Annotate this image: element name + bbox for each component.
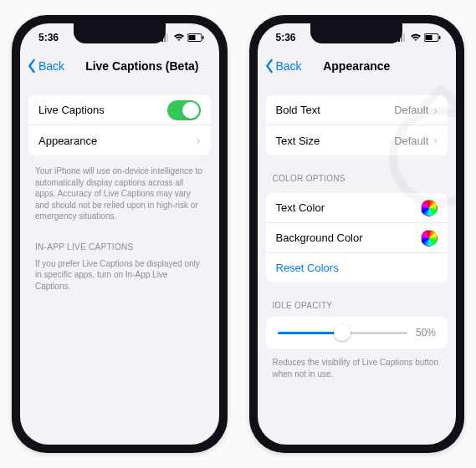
svg-rect-6 <box>202 36 204 39</box>
row-label: Appearance <box>38 135 97 147</box>
color-swatch-icon <box>421 230 438 247</box>
row-live-captions[interactable]: Live Captions <box>28 95 211 125</box>
opacity-slider[interactable] <box>278 332 407 334</box>
nav-bar: Back Live Captions (Beta) <box>20 52 219 80</box>
chevron-right-icon: › <box>433 134 438 147</box>
section-color-options: COLOR OPTIONS <box>258 162 457 186</box>
settings-group-main: Live Captions Appearance › <box>28 95 211 155</box>
footer-caption-accuracy: Your iPhone will use on-device intellige… <box>20 162 219 231</box>
chevron-right-icon: › <box>433 104 438 117</box>
status-indicators <box>159 33 204 42</box>
nav-bar: Back Appearance <box>258 52 457 80</box>
phone-left: 5:36 Back Live Captions (Beta) Live Capt… <box>12 15 228 453</box>
opacity-value: 50% <box>416 327 436 338</box>
row-label: Text Size <box>276 135 320 147</box>
row-value: Default <box>394 104 428 116</box>
back-label: Back <box>38 59 64 73</box>
row-label: Text Color <box>276 201 325 214</box>
section-idle-opacity: IDLE OPACITY <box>258 289 457 313</box>
status-time: 5:36 <box>276 32 296 43</box>
svg-rect-10 <box>403 33 405 42</box>
phone-right: 5:36 Back Appearance Bold Text Default <box>249 15 465 453</box>
row-bold-text[interactable]: Bold Text Default › <box>266 95 448 125</box>
status-indicators <box>396 33 441 42</box>
row-text-color[interactable]: Text Color <box>266 193 448 223</box>
row-text-size[interactable]: Text Size Default › <box>266 125 448 155</box>
footer-idle-opacity: Reduces the visibility of Live Captions … <box>258 354 457 388</box>
settings-group-text: Bold Text Default › Text Size Default › <box>266 95 448 155</box>
row-reset-colors[interactable]: Reset Colors <box>266 253 448 282</box>
row-appearance[interactable]: Appearance › <box>28 125 211 155</box>
svg-rect-5 <box>188 35 195 40</box>
status-time: 5:36 <box>38 32 59 43</box>
svg-rect-13 <box>439 36 441 39</box>
back-button[interactable]: Back <box>264 58 302 74</box>
color-swatch-icon <box>421 200 438 216</box>
svg-rect-12 <box>426 35 432 40</box>
row-label: Live Captions <box>38 104 105 116</box>
row-label: Background Color <box>276 231 363 244</box>
page-title: Appearance <box>323 59 390 73</box>
back-label: Back <box>276 59 302 73</box>
section-in-app: IN-APP LIVE CAPTIONS <box>20 231 219 255</box>
notch <box>310 23 402 43</box>
row-value: Default <box>394 135 428 147</box>
footer-in-app: If you prefer Live Captions be displayed… <box>20 255 219 301</box>
row-label: Reset Colors <box>276 262 339 274</box>
page-title: Live Captions (Beta) <box>85 59 198 73</box>
toggle-live-captions[interactable] <box>167 100 201 120</box>
svg-rect-3 <box>166 33 168 42</box>
row-idle-opacity-slider: 50% <box>266 317 448 348</box>
row-background-color[interactable]: Background Color <box>266 223 448 253</box>
row-label: Bold Text <box>276 104 320 116</box>
notch <box>74 23 166 43</box>
chevron-right-icon: › <box>197 134 201 147</box>
back-button[interactable]: Back <box>27 58 64 74</box>
settings-group-color: Text Color Background Color Reset Colors <box>266 193 448 282</box>
slider-thumb[interactable] <box>334 324 351 341</box>
